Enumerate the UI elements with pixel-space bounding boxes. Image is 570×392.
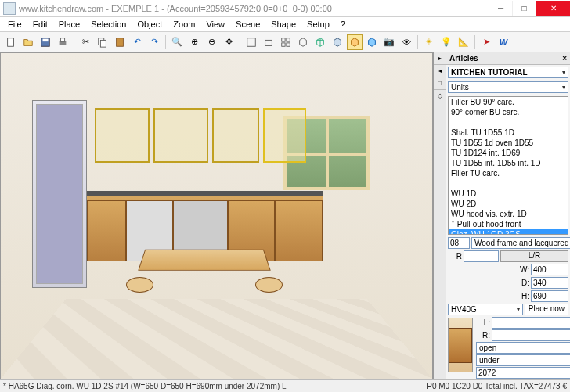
list-item[interactable]: 90° corner BU carc. [449, 107, 568, 117]
list-item[interactable]: Glaz. WU 1GD 2GS [449, 229, 568, 235]
close-button[interactable]: ✕ [536, 1, 570, 16]
ref-input[interactable] [464, 250, 499, 262]
open-combo[interactable]: open [476, 342, 570, 354]
camera-icon[interactable]: 📷 [381, 34, 397, 50]
status-right: P0 M0 1C20 D0 Total incl. TAX=27473 € [427, 382, 567, 390]
list-item[interactable]: WU hood vis. extr. 1D [449, 209, 568, 219]
menu-scene[interactable]: Scene [231, 18, 265, 31]
redo-icon[interactable]: ↷ [146, 34, 162, 50]
svg-rect-6 [100, 40, 106, 47]
svg-rect-9 [265, 40, 272, 45]
finish-combo[interactable]: Wood frame and lacquered par [471, 237, 570, 249]
view-tile-icon[interactable] [278, 34, 294, 50]
light-icon[interactable]: ☀ [421, 34, 437, 50]
under-combo[interactable]: under [476, 354, 570, 366]
svg-rect-10 [282, 38, 285, 41]
view-real-icon[interactable] [364, 34, 380, 50]
lr-button[interactable]: L/R [500, 250, 568, 262]
panel-title: Articles [449, 54, 478, 63]
svg-rect-2 [43, 38, 49, 41]
wall-cabinet-selected [263, 108, 306, 163]
cut-icon[interactable]: ✂ [78, 34, 93, 50]
elev-input[interactable] [476, 367, 570, 379]
new-icon[interactable] [3, 34, 19, 50]
wall-cabinet [153, 108, 208, 163]
zoom-in-icon[interactable]: 🔍 [169, 34, 185, 50]
panel-tab[interactable]: ▸ [434, 52, 446, 65]
place-button[interactable]: Place now [525, 304, 568, 315]
undo-icon[interactable]: ↶ [129, 34, 145, 50]
view-front-icon[interactable] [261, 34, 276, 50]
minimize-button[interactable]: ─ [489, 1, 512, 16]
panel-header: Articles × [446, 52, 570, 65]
list-item[interactable]: TU 1D55 int. 1D55 int. 1D [449, 158, 568, 168]
zoom-out-icon[interactable]: ⊖ [204, 34, 219, 50]
save-icon[interactable] [38, 34, 53, 50]
model-combo[interactable]: HV40G [448, 304, 523, 315]
app-icon [3, 2, 16, 15]
view-top-icon[interactable] [244, 34, 259, 50]
list-item[interactable]: TU 1D55 1d oven 1D55 [449, 138, 568, 148]
menu-selection[interactable]: Selection [86, 18, 131, 31]
menu-help[interactable]: ? [336, 18, 350, 31]
code-input[interactable] [448, 237, 470, 249]
toolbar: ✂ ↶ ↷ 🔍 ⊕ ⊖ ✥ 📷 👁 ☀ 💡 📐 ➤ W [0, 32, 570, 52]
menu-view[interactable]: View [201, 18, 229, 31]
menu-edit[interactable]: Edit [28, 18, 52, 31]
panel-close-icon[interactable]: × [562, 54, 567, 63]
ref-label: R [448, 252, 462, 261]
eye-icon[interactable]: 👁 [399, 34, 414, 50]
svg-rect-7 [117, 38, 124, 46]
open-icon[interactable] [20, 34, 36, 50]
wall-cabinet [212, 108, 259, 163]
list-item[interactable]: Filler BU 90° carc. [449, 97, 568, 107]
copy-icon[interactable] [95, 34, 110, 50]
list-item[interactable]: Shal. TU 1D55 1D [449, 128, 568, 138]
status-left: * HA65G Diag. corn. WU 1D 2S #14 (W=650 … [3, 382, 287, 390]
h-input[interactable] [531, 290, 568, 302]
view-wire-icon[interactable] [312, 34, 328, 50]
article-list[interactable]: Filler BU 90° carc.90° corner BU carc. S… [448, 96, 568, 235]
view-3d-icon[interactable] [295, 34, 311, 50]
w-label: W: [515, 265, 529, 274]
measure-icon[interactable]: 📐 [456, 34, 471, 50]
title-bar: www.kitchendraw.com - EXEMPLE 1 - (Accou… [0, 0, 570, 17]
maximize-button[interactable]: □ [512, 1, 536, 16]
list-item[interactable] [449, 178, 568, 189]
svg-rect-11 [287, 38, 290, 41]
menu-zoom[interactable]: Zoom [168, 18, 200, 31]
3d-viewport[interactable] [0, 52, 433, 379]
list-item[interactable] [449, 117, 568, 128]
w-input[interactable] [531, 264, 568, 275]
pan-icon[interactable]: ✥ [221, 34, 236, 50]
menu-place[interactable]: Place [54, 18, 85, 31]
list-item[interactable]: WU 1D [449, 189, 568, 199]
menu-object[interactable]: Object [133, 18, 168, 31]
l-input[interactable] [492, 317, 570, 329]
view-hidden-icon[interactable] [330, 34, 345, 50]
catalog-combo[interactable]: KITCHEN TUTORIAL [448, 67, 568, 78]
article-preview [448, 318, 473, 372]
h-label: H: [515, 292, 529, 300]
list-item[interactable]: WU 2D [449, 199, 568, 209]
zoom-fit-icon[interactable]: ⊕ [186, 34, 202, 50]
menu-setup[interactable]: Setup [302, 18, 334, 31]
list-item[interactable]: Filler TU carc. [449, 168, 568, 178]
window-title: www.kitchendraw.com - EXEMPLE 1 - (Accou… [19, 4, 489, 13]
r-input[interactable] [492, 329, 570, 341]
section-combo[interactable]: Units [448, 81, 568, 93]
paste-icon[interactable] [112, 34, 128, 50]
d-input[interactable] [531, 277, 568, 289]
panel-tab[interactable]: □ [434, 77, 446, 90]
word-icon[interactable]: W [496, 34, 511, 50]
print-icon[interactable] [55, 34, 70, 50]
panel-tab[interactable]: ◂ [434, 65, 446, 77]
menu-shape[interactable]: Shape [266, 18, 301, 31]
view-shaded-icon[interactable] [347, 34, 363, 50]
list-item[interactable]: TU 1D124 int. 1D69 [449, 148, 568, 158]
menu-file[interactable]: File [3, 18, 27, 31]
panel-tab[interactable]: ◇ [434, 90, 446, 102]
list-item[interactable]: Pull-out hood front [449, 219, 568, 229]
bulb-icon[interactable]: 💡 [438, 34, 454, 50]
arrow-icon[interactable]: ➤ [478, 34, 494, 50]
